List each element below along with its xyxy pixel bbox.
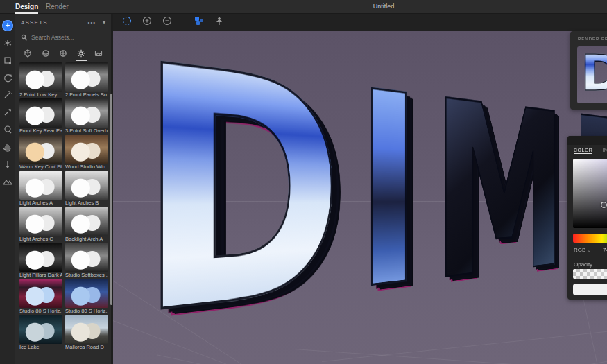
zoom-in-icon: [142, 15, 153, 29]
category-materials-sphere-icon[interactable]: [40, 46, 51, 60]
assets-menu-icon[interactable]: •••: [88, 19, 96, 26]
scene-letter-D[interactable]: D: [134, 53, 342, 330]
asset-item[interactable]: Studio 80 S Horiz...: [19, 279, 62, 315]
asset-thumbnail[interactable]: [65, 207, 108, 236]
asset-item[interactable]: Warm Key Cool Fill: [19, 135, 62, 171]
asset-thumbnail[interactable]: [19, 207, 62, 236]
asset-item[interactable]: Backlight Arch A: [65, 207, 108, 243]
select-tool-button[interactable]: +: [0, 17, 15, 34]
asset-item[interactable]: Mallorca Road D: [65, 315, 108, 351]
asset-thumbnail[interactable]: [19, 62, 62, 92]
zoom-out-icon: [162, 15, 173, 29]
asset-item[interactable]: Studio Softboxes ...: [65, 243, 108, 279]
magic-wand-icon: [3, 90, 12, 100]
tab-render[interactable]: Render: [46, 0, 69, 14]
asset-thumbnail[interactable]: [19, 98, 62, 128]
color-panel-header[interactable]: [567, 136, 607, 145]
asset-thumbnail[interactable]: [65, 315, 108, 344]
move-tool-button[interactable]: [0, 34, 15, 51]
asset-item[interactable]: Studio 80 S Horiz...: [65, 279, 108, 315]
asset-item[interactable]: 3 Point Soft Overh...: [65, 98, 108, 135]
assets-title: ASSETS: [21, 19, 88, 26]
zoom-in-button[interactable]: [140, 15, 154, 29]
asset-item[interactable]: Front Key Rear Pa...: [19, 98, 62, 135]
horizon-tool-button[interactable]: [0, 173, 15, 190]
rotate-tool-button[interactable]: [0, 69, 15, 86]
viewport-canvas[interactable]: DIMEN: [113, 31, 607, 364]
asset-thumbnail[interactable]: [65, 135, 108, 164]
assets-scrollbar[interactable]: [110, 94, 112, 305]
magic-wand-tool-button[interactable]: [0, 86, 15, 103]
asset-grid: 2 Point Low Key 2 Front Panels So... Fro…: [19, 62, 108, 364]
render-preview-thumbnail[interactable]: D: [577, 46, 607, 103]
asset-item[interactable]: 2 Point Low Key: [19, 62, 62, 98]
asset-label: Studio 80 S Horiz...: [19, 308, 62, 315]
asset-label: 2 Front Panels So...: [65, 92, 108, 98]
scene-letter-I[interactable]: I: [354, 81, 421, 301]
search-row: [15, 31, 111, 44]
tab-image[interactable]: IMAGE: [602, 148, 607, 154]
asset-label: Studio Softboxes ...: [65, 272, 108, 279]
category-images-icon[interactable]: [93, 46, 104, 60]
category-graphics-icon[interactable]: [58, 46, 69, 60]
asset-item[interactable]: Light Arches A: [19, 171, 62, 207]
asset-thumbnail[interactable]: [65, 62, 108, 92]
asset-thumbnail[interactable]: [19, 171, 62, 200]
asset-item[interactable]: Ice Lake: [19, 315, 62, 351]
color-value-field[interactable]: 74: [603, 247, 607, 253]
chevron-down-icon: ⌄: [587, 248, 591, 253]
rotate-icon: [3, 73, 12, 83]
scene-letter-M[interactable]: M: [431, 92, 565, 292]
sampler-tool-button[interactable]: [0, 121, 15, 138]
render-preview-icon: [194, 15, 205, 29]
viewport-toolbar: [113, 14, 607, 31]
asset-thumbnail[interactable]: [65, 243, 108, 272]
asset-thumbnail[interactable]: [19, 279, 62, 308]
color-panel-tabs: COLOR IMAGE: [567, 145, 607, 154]
orbit-icon: [121, 15, 132, 29]
sampler-icon: [3, 125, 12, 135]
opacity-slider[interactable]: [573, 269, 607, 279]
asset-thumbnail[interactable]: [19, 243, 62, 272]
eyedropper-tool-button[interactable]: [0, 103, 15, 121]
search-input[interactable]: [31, 34, 101, 41]
asset-thumbnail[interactable]: [19, 135, 62, 164]
color-mode-dropdown[interactable]: RGB: [574, 247, 585, 253]
asset-thumbnail[interactable]: [65, 279, 108, 308]
asset-label: Front Key Rear Pa...: [19, 128, 62, 135]
assets-panel: ASSETS ••• ▾ 2 Point Low Key 2 Front Pan…: [15, 14, 111, 364]
asset-thumbnail[interactable]: [19, 315, 62, 344]
chevron-down-icon[interactable]: ▾: [103, 19, 105, 26]
asset-item[interactable]: 2 Front Panels So...: [65, 62, 108, 98]
color-preview-bar[interactable]: [573, 284, 607, 295]
asset-item[interactable]: Light Pillars Dark A: [19, 243, 62, 279]
hue-slider[interactable]: [573, 234, 607, 243]
tab-design[interactable]: Design: [15, 0, 38, 14]
tool-rail: +: [0, 14, 15, 364]
document-title: Untitled: [373, 0, 395, 14]
asset-item[interactable]: Light Arches C: [19, 207, 62, 243]
orbit-tool-button[interactable]: [120, 15, 134, 29]
color-picker-cursor[interactable]: [601, 202, 607, 208]
dolly-tool-button[interactable]: [0, 155, 15, 173]
asset-label: 2 Point Low Key: [19, 92, 62, 98]
render-preview-toggle[interactable]: [192, 15, 206, 29]
asset-thumbnail[interactable]: [65, 98, 108, 128]
asset-label: Light Pillars Dark A: [19, 272, 62, 279]
render-preview-panel: RENDER PREVIEW D: [570, 31, 607, 110]
scale-tool-button[interactable]: [0, 51, 15, 69]
horizon-icon: [3, 177, 12, 187]
saturation-value-picker[interactable]: [573, 159, 607, 228]
asset-label: Ice Lake: [19, 344, 62, 351]
view-settings-button[interactable]: [212, 15, 226, 29]
asset-thumbnail[interactable]: [65, 171, 108, 200]
eyedropper-icon: [3, 107, 12, 117]
category-lights-sun-icon[interactable]: [76, 46, 87, 60]
category-models-cube-icon[interactable]: [22, 46, 33, 60]
hand-tool-button[interactable]: [0, 138, 15, 155]
asset-label: 3 Point Soft Overh...: [65, 128, 108, 135]
asset-item[interactable]: Light Arches B: [65, 171, 108, 207]
asset-item[interactable]: Wood Studio Win...: [65, 135, 108, 171]
tab-color[interactable]: COLOR: [574, 148, 592, 154]
zoom-out-button[interactable]: [160, 15, 174, 29]
